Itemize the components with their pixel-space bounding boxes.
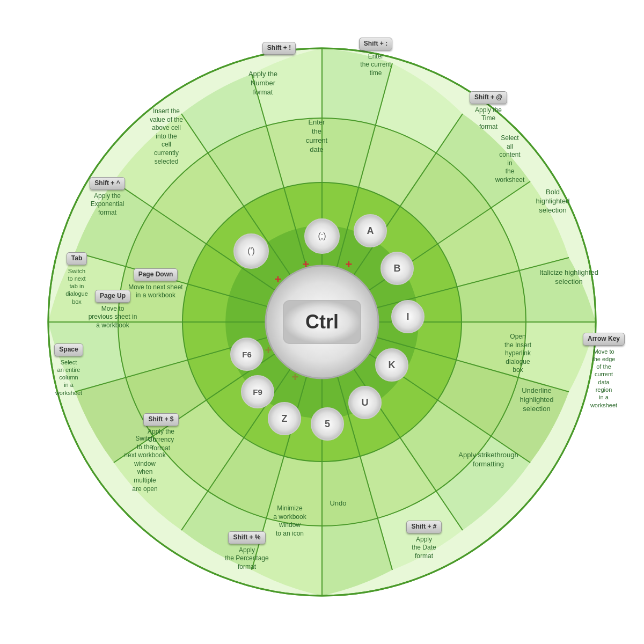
key-shift-dollar: Shift + $ bbox=[143, 413, 178, 426]
desc-insert-above: Insert thevalue of theabove cellinto the… bbox=[107, 107, 225, 166]
svg-text:(;): (;) bbox=[318, 231, 326, 240]
label-shift-caret: Shift + ^ Apply theExponentialformat bbox=[59, 177, 156, 217]
desc-number-format: Apply theNumberformat bbox=[225, 70, 301, 97]
svg-text:F6: F6 bbox=[242, 350, 252, 359]
svg-text:('): (') bbox=[247, 246, 255, 255]
key-shift-percent: Shift + % bbox=[228, 531, 265, 544]
svg-text:K: K bbox=[389, 360, 396, 370]
label-shift-dollar: Shift + $ Apply theCurrencyformat bbox=[118, 413, 204, 452]
svg-text:Z: Z bbox=[282, 413, 288, 424]
desc-underline: Underlinehighlightedselection bbox=[494, 386, 580, 414]
label-shift-hash: Shift + # Applythe Dateformat bbox=[376, 521, 472, 560]
svg-text:A: A bbox=[367, 225, 374, 236]
label-shift-percent: Shift + % Applythe Percentageformat bbox=[193, 531, 301, 571]
key-shift-caret: Shift + ^ bbox=[90, 177, 125, 190]
key-tab: Tab bbox=[67, 252, 87, 265]
desc-select-all: Selectallcontentintheworksheet bbox=[467, 134, 553, 185]
desc-bold: Boldhighlightedselection bbox=[510, 188, 596, 215]
label-shift-at: Shift + @ Apply theTimeformat bbox=[435, 91, 542, 131]
svg-text:I: I bbox=[406, 311, 409, 322]
ctrl-label: Ctrl bbox=[305, 311, 339, 333]
wheel-container: (') (;) A B I K U 5 Z F9 F6 + bbox=[27, 27, 617, 617]
label-shift-exclaim: Shift + ! bbox=[236, 42, 322, 55]
svg-text:U: U bbox=[362, 397, 369, 408]
label-shift-colon: Shift + : Enterthe currenttime bbox=[327, 38, 424, 77]
label-tab: Tab Switchto nexttab indialoguebox bbox=[42, 252, 112, 305]
desc-current-date: Enterthecurrentdate bbox=[290, 118, 343, 155]
svg-text:5: 5 bbox=[325, 419, 330, 429]
key-shift-colon: Shift + : bbox=[359, 38, 392, 50]
label-page-down: Page Down Move to next sheetin a workboo… bbox=[113, 268, 199, 300]
desc-hyperlink: Openthe Inserthyperlinkdialoguebox bbox=[478, 333, 558, 375]
key-arrow: Arrow Key bbox=[583, 333, 625, 346]
svg-text:F9: F9 bbox=[253, 387, 262, 397]
key-shift-at: Shift + @ bbox=[470, 91, 507, 104]
key-shift-exclaim: Shift + ! bbox=[262, 42, 296, 55]
label-space: Space Selectan entirecolumnin aworksheet bbox=[36, 343, 101, 397]
desc-italicize: Italicize highlightedselection bbox=[521, 268, 617, 287]
key-shift-hash: Shift + # bbox=[406, 521, 441, 533]
svg-text:B: B bbox=[394, 263, 401, 274]
key-space: Space bbox=[54, 343, 83, 356]
svg-text:+: + bbox=[346, 258, 353, 271]
desc-strikethrough: Apply strikethroughformatting bbox=[435, 451, 542, 469]
key-page-down: Page Down bbox=[134, 268, 178, 281]
